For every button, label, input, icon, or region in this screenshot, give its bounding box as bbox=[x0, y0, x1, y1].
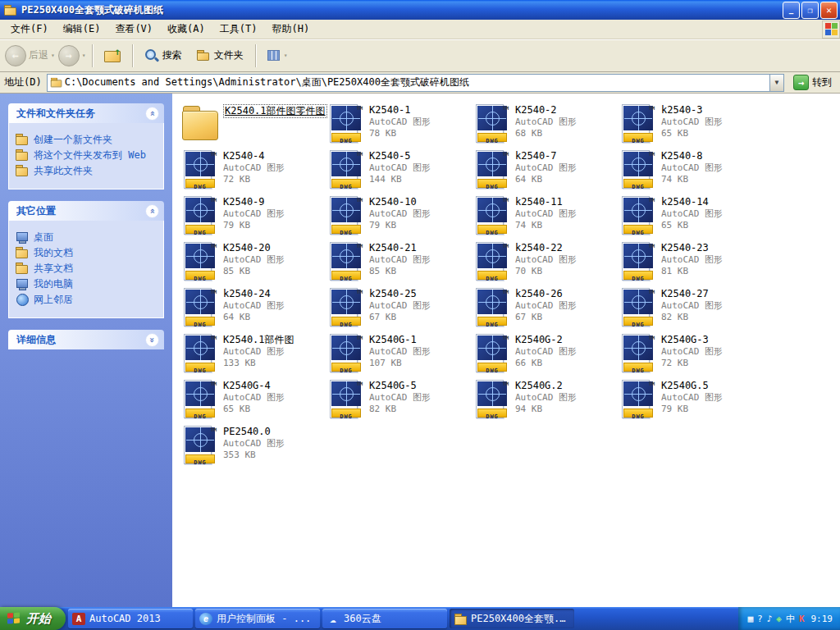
file-tile[interactable]: K2540G.2 AutoCAD 图形 94 KB bbox=[474, 379, 620, 425]
file-tile[interactable]: K2540G-2 AutoCAD 图形 66 KB bbox=[474, 333, 620, 379]
file-text: k2540-24 AutoCAD 图形 64 KB bbox=[223, 288, 285, 323]
file-icon-slot bbox=[474, 196, 510, 235]
tray-help-icon[interactable]: ? bbox=[757, 614, 763, 623]
expand-chevron-icon[interactable] bbox=[145, 333, 159, 347]
file-tile[interactable]: K2540-1 AutoCAD 图形 78 KB bbox=[328, 103, 474, 149]
file-icon-slot bbox=[620, 150, 656, 189]
dwg-file-icon bbox=[330, 334, 363, 373]
file-text: K2540-5 AutoCAD 图形 144 KB bbox=[369, 150, 431, 185]
panel-other-places-header[interactable]: 其它位置 bbox=[8, 201, 164, 221]
file-text: K2540G-3 AutoCAD 图形 72 KB bbox=[661, 334, 723, 369]
panel-file-tasks-header[interactable]: 文件和文件夹任务 bbox=[8, 103, 164, 123]
dwg-file-icon bbox=[622, 334, 655, 373]
tray-display-icon[interactable]: ▦ bbox=[747, 614, 753, 623]
maximize-button[interactable] bbox=[801, 2, 819, 19]
sidebar-item-my-computer[interactable]: 我的电脑 bbox=[16, 278, 158, 290]
file-tile[interactable]: k2540-26 AutoCAD 图形 67 KB bbox=[474, 287, 620, 333]
file-type: AutoCAD 图形 bbox=[515, 346, 577, 358]
sidebar-item-share-folder[interactable]: 共享此文件夹 bbox=[16, 165, 158, 176]
file-text: K2540-23 AutoCAD 图形 81 KB bbox=[661, 242, 723, 277]
collapse-chevron-icon[interactable] bbox=[145, 107, 159, 121]
file-tile[interactable]: K2540G-3 AutoCAD 图形 72 KB bbox=[620, 333, 766, 379]
go-label: 转到 bbox=[812, 75, 832, 89]
folder-tile[interactable]: K2540.1部件图零件图 bbox=[182, 103, 328, 149]
collapse-chevron-icon[interactable] bbox=[145, 204, 159, 218]
file-tile[interactable]: K2540.1部件图 AutoCAD 图形 133 KB bbox=[182, 333, 328, 379]
menu-file[interactable]: 文件(F) bbox=[3, 20, 56, 39]
desktop-screen: PE250X400全套颚式破碎机图纸 文件(F) 编辑(E) 查看(V) 收藏(… bbox=[0, 0, 840, 630]
file-tile[interactable]: K2540-21 AutoCAD 图形 85 KB bbox=[328, 241, 474, 287]
file-tile[interactable]: PE2540.0 AutoCAD 图形 353 KB bbox=[182, 425, 328, 471]
minimize-button[interactable] bbox=[783, 2, 800, 19]
file-tile[interactable]: K2540-27 AutoCAD 图形 82 KB bbox=[620, 287, 766, 333]
file-size: 79 KB bbox=[369, 220, 431, 231]
tray-antivirus-icon[interactable]: K bbox=[799, 614, 805, 623]
search-button[interactable]: 搜索 bbox=[139, 46, 188, 65]
file-tile[interactable]: K2540-9 AutoCAD 图形 79 KB bbox=[182, 195, 328, 241]
task-button[interactable]: PE250X400全套颚... bbox=[450, 609, 574, 628]
file-text: K2540-8 AutoCAD 图形 74 KB bbox=[661, 150, 723, 185]
file-icon-slot bbox=[328, 242, 364, 281]
task-button[interactable]: AutoCAD 2013 bbox=[68, 609, 193, 628]
go-button[interactable]: 转到 bbox=[789, 75, 836, 90]
file-tile[interactable]: K2540-8 AutoCAD 图形 74 KB bbox=[620, 149, 766, 195]
my-documents-icon bbox=[16, 247, 29, 258]
file-tile[interactable]: k2540-22 AutoCAD 图形 70 KB bbox=[474, 241, 620, 287]
file-tile[interactable]: K2540-10 AutoCAD 图形 79 KB bbox=[328, 195, 474, 241]
file-size: 64 KB bbox=[223, 312, 285, 323]
sidebar-item-desktop[interactable]: 桌面 bbox=[16, 231, 158, 243]
file-tile[interactable]: k2540-11 AutoCAD 图形 74 KB bbox=[474, 195, 620, 241]
file-icon-slot bbox=[182, 104, 218, 140]
file-tile[interactable]: k2540-7 AutoCAD 图形 64 KB bbox=[474, 149, 620, 195]
explorer-window: PE250X400全套颚式破碎机图纸 文件(F) 编辑(E) 查看(V) 收藏(… bbox=[0, 0, 840, 607]
sidebar-item-shared-documents[interactable]: 共享文档 bbox=[16, 262, 158, 274]
sidebar-item-my-documents[interactable]: 我的文档 bbox=[16, 247, 158, 258]
file-type: AutoCAD 图形 bbox=[515, 116, 577, 128]
system-tray: ▦?♪◈中K 9:19 bbox=[738, 607, 840, 630]
tray-network-icon[interactable]: ◈ bbox=[776, 614, 782, 623]
start-button[interactable]: 开始 bbox=[0, 607, 66, 630]
file-tile[interactable]: k2540-3 AutoCAD 图形 65 KB bbox=[620, 103, 766, 149]
up-button[interactable] bbox=[98, 46, 126, 65]
file-tile[interactable]: K2540G-5 AutoCAD 图形 82 KB bbox=[328, 379, 474, 425]
toolbar-separator bbox=[255, 44, 256, 67]
menu-view[interactable]: 查看(V) bbox=[107, 20, 160, 39]
back-button[interactable]: 后退 bbox=[5, 45, 55, 66]
menu-favorites[interactable]: 收藏(A) bbox=[160, 20, 212, 39]
file-tile[interactable]: K2540G-4 AutoCAD 图形 65 KB bbox=[182, 379, 328, 425]
task-button[interactable]: 用户控制面板 - ... bbox=[195, 609, 320, 628]
file-tile[interactable]: K2540-4 AutoCAD 图形 72 KB bbox=[182, 149, 328, 195]
file-icon-slot bbox=[182, 242, 218, 281]
close-button[interactable] bbox=[820, 2, 838, 19]
file-icon-slot bbox=[182, 380, 218, 419]
sidebar-item-publish-web[interactable]: 将这个文件夹发布到 Web bbox=[16, 149, 158, 161]
folders-button[interactable]: 文件夹 bbox=[191, 46, 249, 65]
file-text: k2540-7 AutoCAD 图形 64 KB bbox=[515, 150, 577, 185]
file-tile[interactable]: K2540-20 AutoCAD 图形 85 KB bbox=[182, 241, 328, 287]
taskbar-clock[interactable]: 9:19 bbox=[811, 614, 833, 624]
folder-icon bbox=[182, 111, 218, 140]
task-button[interactable]: 360云盘 bbox=[322, 609, 447, 628]
panel-details-header[interactable]: 详细信息 bbox=[8, 330, 164, 349]
file-tile[interactable]: K2540-23 AutoCAD 图形 81 KB bbox=[620, 241, 766, 287]
file-text: K2540-1 AutoCAD 图形 78 KB bbox=[369, 104, 431, 139]
views-button[interactable] bbox=[262, 48, 294, 63]
file-tile[interactable]: k2540-25 AutoCAD 图形 67 KB bbox=[328, 287, 474, 333]
file-tile[interactable]: K2540G-1 AutoCAD 图形 107 KB bbox=[328, 333, 474, 379]
file-tile[interactable]: k2540-24 AutoCAD 图形 64 KB bbox=[182, 287, 328, 333]
menu-edit[interactable]: 编辑(E) bbox=[56, 20, 108, 39]
up-folder-icon bbox=[104, 48, 121, 62]
file-tile[interactable]: K2540-2 AutoCAD 图形 68 KB bbox=[474, 103, 620, 149]
address-input[interactable] bbox=[63, 75, 769, 90]
menu-tools[interactable]: 工具(T) bbox=[212, 20, 265, 39]
forward-button[interactable] bbox=[58, 45, 86, 66]
file-tile[interactable]: k2540-14 AutoCAD 图形 65 KB bbox=[620, 195, 766, 241]
tray-volume-icon[interactable]: ♪ bbox=[767, 614, 773, 623]
address-dropdown-button[interactable] bbox=[769, 75, 783, 91]
sidebar-item-network-places[interactable]: 网上邻居 bbox=[16, 294, 158, 305]
file-tile[interactable]: K2540G.5 AutoCAD 图形 79 KB bbox=[620, 379, 766, 425]
menu-help[interactable]: 帮助(H) bbox=[264, 20, 317, 39]
tray-ime-icon[interactable]: 中 bbox=[786, 614, 795, 623]
sidebar-item-new-folder[interactable]: 创建一个新文件夹 bbox=[16, 134, 158, 145]
file-tile[interactable]: K2540-5 AutoCAD 图形 144 KB bbox=[328, 149, 474, 195]
